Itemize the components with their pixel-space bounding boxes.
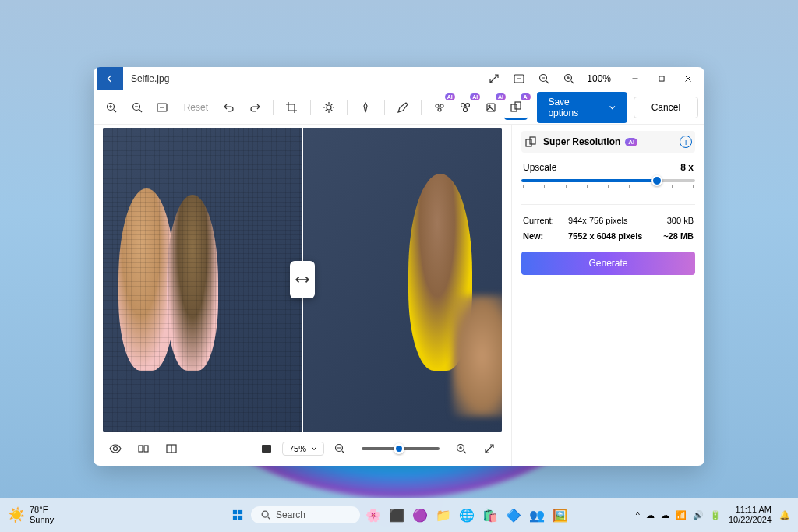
svg-point-8 <box>436 104 439 107</box>
redo-button[interactable] <box>243 95 267 120</box>
cancel-button[interactable]: Cancel <box>634 97 698 118</box>
zoom-out-bottom[interactable] <box>327 436 352 461</box>
cloud-icon[interactable]: ☁ <box>661 510 669 520</box>
new-resolution: 7552 x 6048 pixels <box>568 231 663 241</box>
weather-condition: Sunny <box>30 515 54 525</box>
taskbar-search[interactable]: Search <box>251 506 360 523</box>
background-tool[interactable]: AI <box>454 95 478 120</box>
svg-rect-28 <box>238 510 242 514</box>
svg-rect-29 <box>233 516 237 520</box>
svg-rect-25 <box>526 139 531 146</box>
fullscreen-icon[interactable] <box>482 67 506 90</box>
svg-rect-17 <box>515 102 521 109</box>
svg-rect-3 <box>659 76 664 81</box>
current-label: Current: <box>523 216 568 225</box>
weather-temp: 78°F <box>30 505 54 515</box>
clock[interactable]: 11:11 AM 10/22/2024 <box>729 505 772 525</box>
zoom-dropdown[interactable]: 75% <box>282 442 324 456</box>
crop-tool[interactable] <box>280 95 304 120</box>
onedrive-icon[interactable]: ☁ <box>646 510 655 520</box>
photos-app-window: Selfie.jpg 100% Reset AI AI <box>94 67 704 466</box>
svg-point-15 <box>489 105 490 107</box>
info-button[interactable]: i <box>680 136 692 148</box>
chevron-up-icon[interactable]: ^ <box>636 510 640 520</box>
notifications-icon[interactable]: 🔔 <box>779 510 790 520</box>
svg-rect-16 <box>511 104 517 111</box>
system-tray[interactable]: ^ ☁ ☁ 📶 🔊 🔋 <box>636 510 721 520</box>
svg-point-12 <box>466 103 470 107</box>
sun-icon: ☀️ <box>8 506 25 523</box>
store-icon[interactable]: 🛍️ <box>480 505 500 525</box>
photos-icon[interactable]: 🖼️ <box>550 505 570 525</box>
battery-icon[interactable]: 🔋 <box>710 510 721 520</box>
image-canvas[interactable] <box>103 128 502 432</box>
maximize-button[interactable] <box>648 67 675 90</box>
titlebar: Selfie.jpg 100% <box>94 67 704 90</box>
copilot-icon[interactable]: 🟣 <box>410 505 430 525</box>
task-view-icon[interactable]: ⬛ <box>387 505 407 525</box>
super-resolution-panel: Super ResolutionAI i Upscale 8 x Current… <box>511 125 704 466</box>
upscale-label: Upscale <box>523 162 556 173</box>
canvas-bottom-bar: 75% <box>103 432 502 460</box>
svg-rect-19 <box>139 446 143 452</box>
fit-screen-icon[interactable] <box>254 436 279 461</box>
erase-tool[interactable]: AI <box>428 95 452 120</box>
weather-widget[interactable]: ☀️ 78°F Sunny <box>8 505 54 525</box>
start-button[interactable] <box>228 505 248 525</box>
generate-button[interactable]: Generate <box>521 252 695 275</box>
volume-icon[interactable]: 🔊 <box>693 510 704 520</box>
edge-icon[interactable]: 🌐 <box>457 505 477 525</box>
zoom-out-icon[interactable] <box>532 67 556 90</box>
zoom-percentage: 100% <box>582 73 616 84</box>
svg-rect-30 <box>238 516 242 520</box>
save-options-button[interactable]: Save options <box>537 92 627 123</box>
expand-icon[interactable] <box>477 436 502 461</box>
undo-button[interactable] <box>217 95 242 120</box>
back-button[interactable] <box>97 67 123 90</box>
svg-point-7 <box>327 105 331 110</box>
teams-icon[interactable]: 👥 <box>527 505 547 525</box>
super-resolution-tool[interactable]: AI <box>504 95 528 120</box>
svg-rect-26 <box>530 137 535 144</box>
taskbar: ☀️ 78°F Sunny Search 🌸 ⬛ 🟣 📁 🌐 🛍️ 🔷 👥 🖼️… <box>0 498 798 532</box>
zoom-in-tool[interactable] <box>100 95 124 120</box>
new-size: ~28 MB <box>663 231 694 241</box>
filter-tool[interactable] <box>354 95 378 120</box>
zoom-in-icon[interactable] <box>557 67 581 90</box>
new-label: New: <box>523 231 568 241</box>
explorer-icon[interactable]: 📁 <box>433 505 454 525</box>
panel-title: Super Resolution <box>543 136 620 147</box>
fit-icon[interactable] <box>507 67 531 90</box>
adjust-tool[interactable] <box>317 95 341 120</box>
svg-rect-20 <box>144 446 148 452</box>
svg-rect-27 <box>233 510 237 514</box>
wifi-icon[interactable]: 📶 <box>676 510 687 520</box>
svg-point-11 <box>461 103 465 107</box>
compare-slider-handle[interactable] <box>290 261 315 298</box>
current-resolution: 944x 756 pixels <box>568 216 667 225</box>
upscale-slider[interactable] <box>521 179 695 182</box>
task-app-1[interactable]: 🌸 <box>363 505 383 525</box>
image-after <box>302 128 502 432</box>
restyle-tool[interactable]: AI <box>478 95 503 120</box>
image-before <box>103 128 302 432</box>
task-app-2[interactable]: 🔷 <box>503 505 524 525</box>
compare-icon[interactable] <box>131 436 156 461</box>
current-size: 300 kB <box>667 216 694 225</box>
zoom-out-tool[interactable] <box>125 95 150 120</box>
panel-icon <box>524 136 537 148</box>
fit-tool[interactable] <box>150 95 175 120</box>
reset-button[interactable]: Reset <box>176 99 216 116</box>
zoom-in-bottom[interactable] <box>449 436 474 461</box>
split-icon[interactable] <box>159 436 184 461</box>
svg-point-18 <box>114 447 118 451</box>
view-icon[interactable] <box>103 436 128 461</box>
zoom-slider[interactable] <box>362 447 440 450</box>
slider-ticks <box>521 185 695 188</box>
minimize-button[interactable] <box>622 67 648 90</box>
close-button[interactable] <box>675 67 701 90</box>
markup-tool[interactable] <box>391 95 415 120</box>
svg-rect-22 <box>262 445 271 453</box>
edit-toolbar: Reset AI AI AI AI Save options Cancel <box>94 90 704 125</box>
upscale-value: 8 x <box>680 162 694 173</box>
